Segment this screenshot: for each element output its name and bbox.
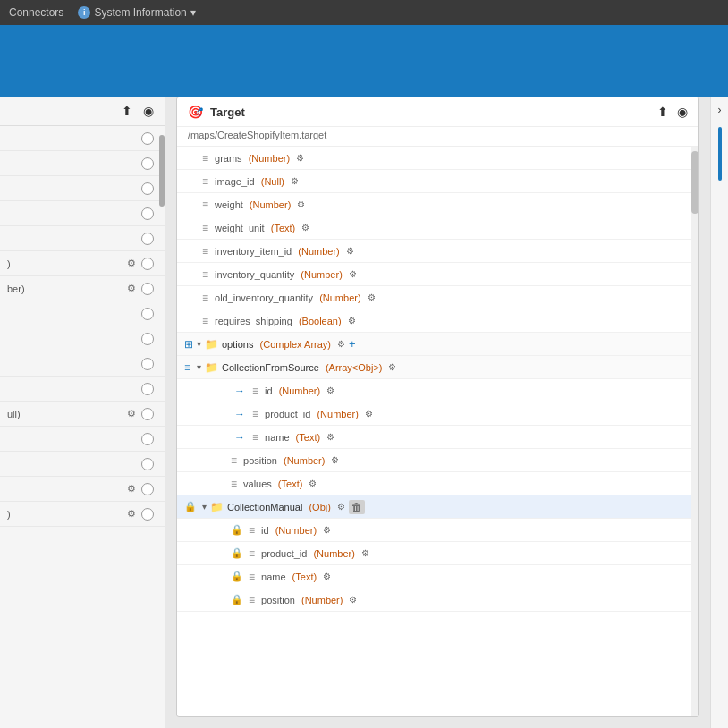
main-content: ⬆ ◉ ) ⚙ [0,97,728,728]
lines-icon: ≡ [202,245,208,258]
gear-icon[interactable]: ⚙ [349,595,357,605]
gear-icon[interactable]: ⚙ [365,409,373,419]
radio-circle[interactable] [141,308,154,320]
gear-icon[interactable]: ⚙ [323,571,331,581]
lock-icon: 🔒 [231,571,243,582]
chevron-icon[interactable]: ▾ [197,362,201,372]
card-header: 🎯 Target ⬆ ◉ [177,97,698,127]
row-label: ) [7,509,122,520]
gear-icon[interactable]: ⚙ [127,283,136,294]
gear-icon[interactable]: ⚙ [127,408,136,419]
gear-icon[interactable]: ⚙ [349,269,357,279]
radio-circle[interactable] [141,508,154,521]
gear-icon[interactable]: ⚙ [346,246,354,256]
radio-circle[interactable] [141,408,154,420]
gear-icon[interactable]: ⚙ [309,478,317,488]
lines-icon: ≡ [249,571,255,583]
field-row-cm-id: 🔒 ≡ id (Number) ⚙ [177,519,698,542]
field-row-cm-position: 🔒 ≡ position (Number) ⚙ [177,588,698,612]
gear-icon[interactable]: ⚙ [337,339,345,349]
list-item [0,151,165,176]
lines-icon: ≡ [252,385,258,397]
gear-icon[interactable]: ⚙ [348,316,356,326]
grid-icon: ⊞ [184,338,193,351]
delete-icon[interactable]: 🗑 [349,500,365,514]
field-row-cfs-values: ≡ values (Text) ⚙ [177,472,698,495]
scrollbar-thumb[interactable] [691,151,698,214]
system-info-label: System Information [94,6,186,19]
gear-icon[interactable]: ⚙ [127,508,136,520]
lock-icon: 🔒 [231,524,243,536]
list-item [0,126,165,151]
folder-icon: 📁 [210,501,224,513]
lines-icon: ≡ [184,361,190,374]
gear-icon[interactable]: ⚙ [296,153,304,163]
gear-icon[interactable]: ⚙ [337,502,345,512]
gear-icon[interactable]: ⚙ [331,455,339,465]
upload-icon[interactable]: ⬆ [122,104,132,118]
lines-icon: ≡ [202,292,208,304]
chevron-icon[interactable]: ▾ [197,339,201,349]
lines-icon: ≡ [202,152,208,165]
gear-icon[interactable]: ⚙ [291,176,299,186]
radio-circle[interactable] [141,358,154,370]
connectors-nav-item[interactable]: Connectors [9,6,63,19]
collection-manual-row: 🔒 ▾ 📁 CollectionManual (Obj) ⚙ 🗑 [177,495,698,519]
nav-chevron: ▾ [190,6,196,19]
gear-icon[interactable]: ⚙ [297,199,305,209]
add-icon[interactable]: + [349,337,356,351]
list-item [0,201,165,226]
radio-circle[interactable] [141,333,154,345]
radio-circle[interactable] [141,157,154,170]
row-label: ber) [7,284,122,294]
radio-circle[interactable] [141,483,154,495]
radio-circle[interactable] [141,233,154,245]
gear-icon[interactable]: ⚙ [127,483,136,495]
system-info-nav-item[interactable]: i System Information ▾ [78,6,195,19]
gear-icon[interactable]: ⚙ [323,525,331,535]
field-row-cfs-position: ≡ position (Number) ⚙ [177,449,698,472]
radio-circle[interactable] [141,283,154,295]
radio-circle[interactable] [141,132,154,145]
lines-icon: ≡ [202,199,208,211]
field-row-cfs-name: → ≡ name (Text) ⚙ [177,426,698,449]
eye-icon[interactable]: ◉ [677,105,688,119]
chevron-right-icon[interactable]: › [718,104,722,116]
eye-icon[interactable]: ◉ [143,104,154,118]
lines-icon: ≡ [202,268,208,281]
target-icon: 🎯 [188,105,203,119]
field-row-image-id: ≡ image_id (Null) ⚙ [177,170,698,193]
list-item: ⚙ [0,477,165,502]
list-item [0,226,165,251]
scrollbar-thumb[interactable] [159,135,165,207]
list-item: ) ⚙ [0,502,165,527]
card-title-area: 🎯 Target [188,105,245,119]
radio-circle[interactable] [141,383,154,395]
lock-icon: 🔒 [184,501,197,512]
gear-icon[interactable]: ⚙ [326,432,334,442]
chevron-icon[interactable]: ▾ [202,502,207,512]
radio-circle[interactable] [141,182,154,195]
left-panel-rows: ) ⚙ ber) ⚙ ull) ⚙ [0,126,165,728]
gear-icon[interactable]: ⚙ [127,258,136,269]
lines-icon: ≡ [249,594,255,606]
gear-icon[interactable]: ⚙ [361,548,369,558]
gear-icon[interactable]: ⚙ [301,223,309,233]
gear-icon[interactable]: ⚙ [388,362,396,372]
blue-header-band [0,25,728,97]
card-toolbar: ⬆ ◉ [657,105,688,119]
radio-circle[interactable] [141,433,154,445]
gear-icon[interactable]: ⚙ [326,385,334,395]
field-row-requires-shipping: ≡ requires_shipping (Boolean) ⚙ [177,309,698,333]
scrollbar-track [691,147,698,716]
radio-circle[interactable] [141,207,154,220]
gear-icon[interactable]: ⚙ [368,292,376,302]
upload-icon[interactable]: ⬆ [657,105,668,119]
list-item [0,427,165,452]
radio-circle[interactable] [141,458,154,470]
right-blue-bar [718,127,722,181]
radio-circle[interactable] [141,258,154,270]
card-title: Target [210,106,245,119]
connectors-label: Connectors [9,6,63,19]
row-label: ull) [7,409,122,419]
